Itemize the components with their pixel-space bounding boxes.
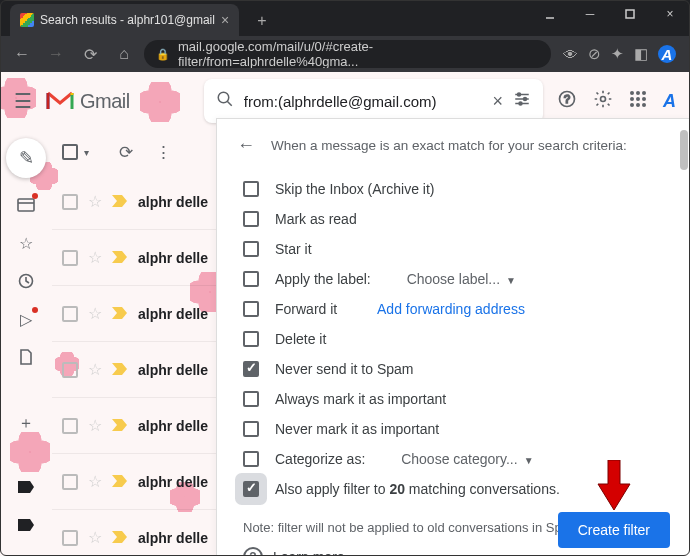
account-avatar[interactable]: A	[663, 91, 676, 112]
drafts-rail-icon[interactable]	[10, 346, 42, 368]
block-icon[interactable]: ⊘	[588, 45, 601, 63]
url-field[interactable]: 🔒 mail.google.com/mail/u/0/#create-filte…	[144, 40, 551, 68]
inbox-rail-icon[interactable]	[10, 194, 42, 216]
support-icon[interactable]: ?	[557, 89, 577, 114]
never-important-checkbox[interactable]	[243, 421, 259, 437]
eye-icon[interactable]: 👁	[563, 46, 578, 63]
forward-icon: →	[42, 40, 70, 68]
svg-rect-1	[626, 10, 634, 18]
row-checkbox[interactable]	[62, 250, 78, 266]
never-spam-label: Never send it to Spam	[275, 361, 414, 377]
importance-icon[interactable]	[112, 362, 128, 378]
star-it-checkbox[interactable]	[243, 241, 259, 257]
row-checkbox[interactable]	[62, 306, 78, 322]
learn-more-link[interactable]: Learn more	[273, 549, 345, 556]
row-sender: alphr delle	[138, 530, 208, 546]
minimize-button[interactable]	[530, 0, 570, 28]
apply-label-checkbox[interactable]	[243, 271, 259, 287]
apps-grid-icon[interactable]	[629, 90, 647, 113]
add-forwarding-link[interactable]: Add forwarding address	[377, 301, 525, 317]
star-icon[interactable]: ☆	[88, 304, 102, 323]
settings-gear-icon[interactable]	[593, 89, 613, 114]
browser-tab[interactable]: Search results - alphr101@gmail ×	[10, 4, 239, 36]
never-important-label: Never mark it as important	[275, 421, 439, 437]
browser-titlebar: Search results - alphr101@gmail × + ─ ×	[0, 0, 690, 36]
puzzle-icon[interactable]: ◧	[634, 45, 648, 63]
row-checkbox[interactable]	[62, 362, 78, 378]
forward-it-checkbox[interactable]	[243, 301, 259, 317]
label2-icon[interactable]	[10, 514, 42, 536]
home-icon[interactable]: ⌂	[110, 40, 138, 68]
skip-inbox-label: Skip the Inbox (Archive it)	[275, 181, 435, 197]
refresh-icon[interactable]: ⟳	[119, 142, 133, 163]
add-label-icon[interactable]: ＋	[10, 412, 42, 434]
more-icon[interactable]: ⋮	[155, 142, 172, 163]
label1-icon[interactable]	[10, 476, 42, 498]
minimize2-button[interactable]: ─	[570, 0, 610, 28]
delete-it-checkbox[interactable]	[243, 331, 259, 347]
browser-urlbar: ← → ⟳ ⌂ 🔒 mail.google.com/mail/u/0/#crea…	[0, 36, 690, 72]
back-arrow-icon[interactable]: ←	[237, 135, 255, 156]
close-tab-icon[interactable]: ×	[221, 12, 229, 28]
snoozed-rail-icon[interactable]	[10, 270, 42, 292]
starred-rail-icon[interactable]: ☆	[10, 232, 42, 254]
new-tab-button[interactable]: +	[247, 6, 276, 36]
always-important-checkbox[interactable]	[243, 391, 259, 407]
star-icon[interactable]: ☆	[88, 248, 102, 267]
svg-point-21	[642, 103, 646, 107]
search-input[interactable]	[244, 93, 483, 110]
maximize-button[interactable]	[610, 0, 650, 28]
row-sender: alphr delle	[138, 194, 208, 210]
star-icon[interactable]: ☆	[88, 360, 102, 379]
extensions-icon[interactable]: ✦	[611, 45, 624, 63]
svg-point-19	[630, 103, 634, 107]
main-menu-icon[interactable]: ☰	[14, 89, 32, 113]
gmail-favicon	[20, 13, 34, 27]
close-window-button[interactable]: ×	[650, 0, 690, 28]
star-icon[interactable]: ☆	[88, 416, 102, 435]
search-icon[interactable]	[216, 90, 234, 113]
search-bar[interactable]: ×	[204, 79, 543, 123]
importance-icon[interactable]	[112, 474, 128, 490]
never-spam-checkbox[interactable]	[243, 361, 259, 377]
row-sender: alphr delle	[138, 418, 208, 434]
url-text: mail.google.com/mail/u/0/#create-filter/…	[178, 40, 539, 68]
row-checkbox[interactable]	[62, 418, 78, 434]
categorize-select[interactable]: Choose category...▼	[401, 451, 533, 467]
star-icon[interactable]: ☆	[88, 528, 102, 547]
back-icon[interactable]: ←	[8, 40, 36, 68]
sent-rail-icon[interactable]: ▷	[10, 308, 42, 330]
importance-icon[interactable]	[112, 250, 128, 266]
reload-icon[interactable]: ⟳	[76, 40, 104, 68]
scrollbar-thumb[interactable]	[680, 130, 688, 170]
mark-read-checkbox[interactable]	[243, 211, 259, 227]
clear-search-icon[interactable]: ×	[492, 91, 503, 112]
row-checkbox[interactable]	[62, 474, 78, 490]
also-apply-label: Also apply filter to 20 matching convers…	[275, 481, 560, 497]
create-filter-button[interactable]: Create filter	[558, 512, 670, 548]
categorize-checkbox[interactable]	[243, 451, 259, 467]
skip-inbox-checkbox[interactable]	[243, 181, 259, 197]
help-icon[interactable]: ?	[243, 547, 263, 556]
importance-icon[interactable]	[112, 530, 128, 546]
row-checkbox[interactable]	[62, 530, 78, 546]
search-options-icon[interactable]	[513, 90, 531, 112]
gmail-logo[interactable]: Gmail	[46, 90, 130, 113]
select-all-checkbox[interactable]	[62, 144, 78, 160]
also-apply-checkbox[interactable]	[243, 481, 259, 497]
row-checkbox[interactable]	[62, 194, 78, 210]
star-icon[interactable]: ☆	[88, 192, 102, 211]
alphr-extension-icon[interactable]: A	[658, 45, 676, 63]
star-icon[interactable]: ☆	[88, 472, 102, 491]
select-all-caret-icon[interactable]: ▾	[84, 147, 89, 158]
svg-text:?: ?	[564, 93, 570, 105]
importance-icon[interactable]	[112, 418, 128, 434]
row-sender: alphr delle	[138, 362, 208, 378]
importance-icon[interactable]	[112, 306, 128, 322]
filter-heading: When a message is an exact match for you…	[271, 138, 627, 153]
importance-icon[interactable]	[112, 194, 128, 210]
svg-point-16	[630, 97, 634, 101]
apply-label-select[interactable]: Choose label...▼	[407, 271, 516, 287]
extension-icons: 👁 ⊘ ✦ ◧ A	[557, 45, 682, 63]
compose-button[interactable]: ✎	[6, 138, 46, 178]
